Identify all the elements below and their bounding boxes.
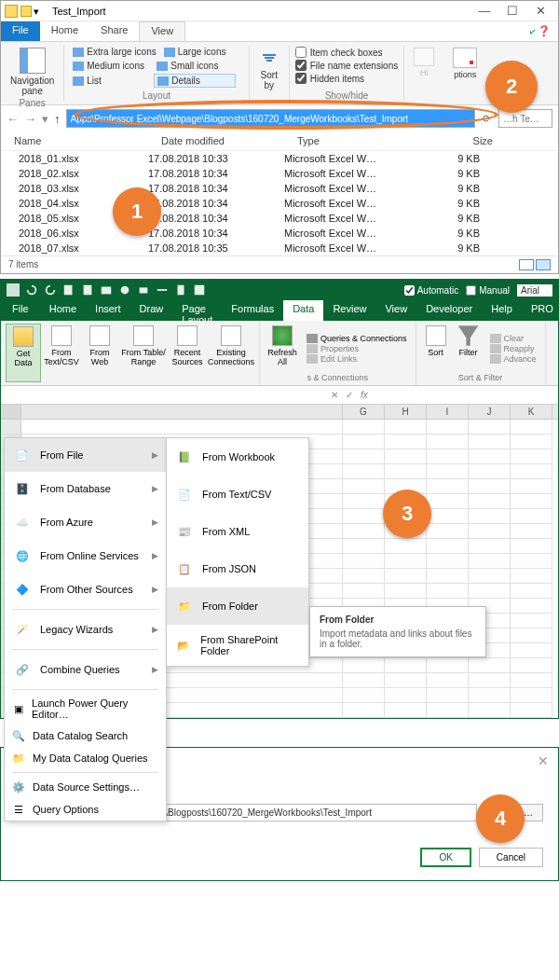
redo-icon[interactable] (44, 283, 57, 297)
clear-button[interactable]: Clear (490, 334, 537, 343)
tab-help[interactable]: Help (482, 300, 522, 321)
cell[interactable] (385, 449, 427, 464)
cell[interactable] (511, 658, 552, 673)
more-icon[interactable] (156, 283, 169, 297)
cell[interactable] (511, 673, 552, 688)
file-row[interactable]: 2018_07.xlsx17.08.2018 10:35Microsoft Ex… (1, 241, 558, 255)
cell[interactable] (385, 569, 427, 584)
cell[interactable] (385, 554, 427, 569)
cell[interactable] (469, 524, 511, 539)
cell[interactable] (511, 449, 552, 464)
tab-page-layout[interactable]: Page Layout (172, 300, 222, 321)
cell[interactable] (427, 673, 469, 688)
layout-large-icons[interactable]: Large icons (161, 46, 243, 58)
cell[interactable] (469, 569, 511, 584)
cell[interactable] (511, 614, 552, 628)
get-data-button[interactable]: Get Data (6, 324, 41, 382)
cell[interactable] (427, 688, 469, 703)
open-icon[interactable] (100, 283, 113, 297)
cell[interactable] (385, 703, 427, 718)
cell[interactable] (385, 658, 427, 673)
refresh-button[interactable]: ⟳ (481, 113, 493, 125)
cell[interactable] (343, 688, 385, 703)
qat-icon[interactable] (20, 6, 32, 17)
automatic-toggle[interactable]: Automatic (404, 285, 458, 296)
tab-insert[interactable]: Insert (86, 300, 130, 321)
cell[interactable] (427, 569, 469, 584)
file-row[interactable]: 2018_06.xlsx17.08.2018 10:34Microsoft Ex… (1, 226, 558, 241)
tab-file[interactable]: File (1, 21, 40, 41)
font-selector[interactable]: Arial (517, 284, 552, 297)
sort-button[interactable]: Sort (421, 324, 451, 373)
file-name-extensions[interactable]: File name extensions (295, 59, 399, 72)
back-button[interactable]: ← (7, 112, 19, 126)
cell[interactable] (385, 435, 427, 449)
recent-sources-button[interactable]: Recent Sources (170, 324, 205, 382)
cell[interactable] (469, 494, 511, 509)
submenu-from-textcsv[interactable]: 📄From Text/CSV (167, 476, 308, 513)
col-date[interactable]: Date modified (161, 135, 297, 146)
file-row[interactable]: 2018_01.xlsx17.08.2018 10:33Microsoft Ex… (1, 151, 558, 166)
cell[interactable] (427, 420, 469, 435)
from-table-range-button[interactable]: From Table/ Range (120, 324, 167, 382)
cell[interactable] (469, 449, 511, 464)
cell[interactable] (343, 509, 385, 524)
enter-formula-icon[interactable]: ✓ (343, 390, 356, 400)
cell[interactable] (385, 464, 427, 479)
item-check-boxes[interactable]: Item check boxes (295, 46, 399, 59)
save-icon[interactable] (7, 283, 20, 297)
submenu-from-json[interactable]: 📋From JSON (167, 550, 308, 587)
col-size[interactable]: Size (428, 135, 493, 146)
print-icon[interactable] (137, 283, 150, 297)
col-header[interactable]: G (343, 405, 385, 419)
tab-review[interactable]: Review (323, 300, 375, 321)
submenu-from-xml[interactable]: 📰From XML (167, 513, 308, 550)
touch-icon[interactable] (118, 283, 131, 297)
filter-button[interactable]: Filter (454, 324, 484, 373)
maximize-button[interactable]: ☐ (498, 1, 526, 21)
menu-my-catalog[interactable]: 📁My Data Catalog Queries (5, 747, 166, 769)
sort-by-button[interactable]: Sort by (255, 46, 283, 92)
cell[interactable] (469, 673, 511, 688)
tab-home-excel[interactable]: Home (40, 300, 86, 321)
cell[interactable] (511, 643, 552, 658)
select-all-corner[interactable] (1, 405, 21, 419)
new-icon[interactable] (62, 283, 75, 297)
tab-draw[interactable]: Draw (130, 300, 173, 321)
cell[interactable] (427, 554, 469, 569)
cell[interactable] (427, 509, 469, 524)
menu-data-source-settings[interactable]: ⚙️Data Source Settings… (5, 776, 166, 798)
view-details-icon[interactable] (536, 259, 551, 270)
recent-dropdown[interactable]: ▾ (42, 112, 48, 126)
cell[interactable] (427, 494, 469, 509)
submenu-from-workbook[interactable]: 📗From Workbook (167, 438, 308, 476)
calc-icon[interactable] (174, 283, 187, 297)
edit-links-button[interactable]: Edit Links (307, 354, 407, 364)
menu-combine-queries[interactable]: 🔗Combine Queries▶ (5, 653, 166, 686)
up-button[interactable]: ↑ (54, 112, 61, 126)
menu-legacy-wizards[interactable]: 🪄Legacy Wizards▶ (5, 613, 166, 646)
tab-home[interactable]: Home (40, 21, 89, 41)
help-button[interactable]: 🗸 ❓ (527, 21, 558, 41)
cell[interactable] (343, 658, 385, 673)
view-large-icon[interactable] (519, 259, 534, 270)
cell[interactable] (469, 420, 511, 435)
cell[interactable] (427, 703, 469, 718)
cancel-formula-icon[interactable]: ✕ (328, 390, 341, 400)
cell[interactable] (427, 658, 469, 673)
tab-view-excel[interactable]: View (375, 300, 416, 321)
cell[interactable] (511, 464, 552, 479)
qat-dropdown-icon[interactable]: ▾ (34, 6, 45, 17)
col-header[interactable]: I (427, 405, 469, 419)
manual-toggle[interactable]: Manual (466, 285, 510, 296)
cell[interactable] (343, 584, 385, 599)
submenu-from-sharepoint-folder[interactable]: 📂From SharePoint Folder (167, 625, 308, 666)
fx-icon[interactable]: fx (358, 390, 371, 400)
row-header[interactable] (1, 420, 21, 435)
tab-share[interactable]: Share (89, 21, 139, 41)
cell[interactable] (469, 658, 511, 673)
minimize-button[interactable]: — (470, 1, 498, 21)
from-textcsv-button[interactable]: From Text/CSV (44, 324, 79, 382)
cell[interactable] (469, 703, 511, 718)
cell[interactable] (469, 509, 511, 524)
